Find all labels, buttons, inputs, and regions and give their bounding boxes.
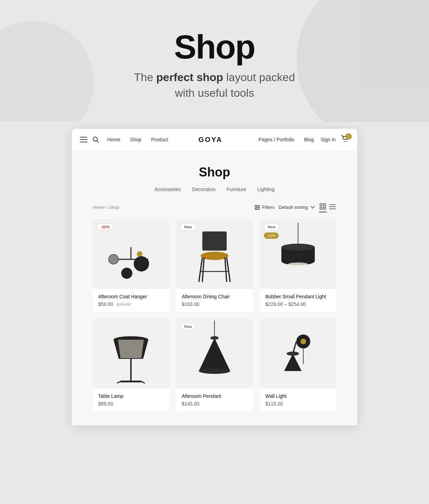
svg-point-47 (301, 339, 306, 344)
svg-rect-1 (80, 139, 87, 140)
product-card-1[interactable]: -22% (93, 219, 169, 312)
price-current-2: $163.00 (182, 301, 200, 307)
price-current-1: $59.00 (98, 301, 113, 307)
product-name-1: Afteroom Coat Hanger (98, 294, 164, 299)
badge-new-5: New (180, 323, 196, 330)
product-card-5[interactable]: New Afteroom Pendant (176, 319, 253, 411)
nav-actions: Sign in 1 (321, 135, 349, 144)
svg-point-5 (344, 141, 345, 142)
menu-icon[interactable] (80, 137, 87, 142)
product-info-3: Bobber Small Pendant Light $229.00 – $25… (260, 289, 336, 312)
hero-title: Shop (7, 28, 422, 66)
price-current-6: $115.00 (265, 401, 283, 407)
product-name-6: Wall Light (265, 393, 331, 399)
tab-decoration[interactable]: Decoration (192, 187, 216, 192)
product-info-5: Afteroom Pendant $145.00 (176, 388, 253, 411)
badge-sale-3: -10% (264, 233, 279, 239)
svg-point-12 (255, 208, 257, 210)
svg-point-45 (199, 368, 230, 374)
badge-sale-1: -22% (97, 223, 114, 230)
filter-button[interactable]: Filters (255, 205, 274, 210)
navbar: Home Shop Product GOYA Pages / Portfolio… (72, 129, 357, 151)
svg-point-37 (288, 262, 309, 267)
svg-line-30 (202, 258, 204, 282)
product-info-6: Wall Light $115.00 (260, 388, 336, 411)
sort-label: Default sorting (279, 205, 308, 210)
product-info-2: Afteroom Dining Chair $163.00 (176, 289, 253, 312)
product-image-1: -22% (93, 219, 169, 289)
product-info-4: Table Lamp $89.00 (93, 388, 169, 411)
product-price-4: $89.00 (98, 401, 164, 407)
product-image-3: New -10% (260, 219, 336, 289)
tab-lighting[interactable]: Lighting (257, 187, 274, 192)
svg-line-4 (97, 141, 99, 142)
svg-rect-2 (80, 142, 87, 142)
shop-toolbar: Home / Shop Filters Default sorting (93, 203, 336, 212)
hero-subtitle: The perfect shop layout packedwith usefu… (7, 70, 422, 101)
svg-rect-13 (320, 204, 322, 206)
nav-links-right: Pages / Portfolio Blog (229, 137, 314, 142)
nav-shop[interactable]: Shop (130, 137, 141, 142)
view-toggle (319, 203, 336, 212)
svg-point-22 (137, 251, 142, 257)
price-current-5: $145.00 (182, 401, 200, 407)
product-card-2[interactable]: New (176, 219, 253, 312)
product-image-6 (260, 319, 336, 388)
nav-product[interactable]: Product (151, 137, 168, 142)
svg-line-41 (117, 381, 120, 383)
shop-content: Shop Accessories Decoration Furniture Li… (72, 151, 357, 425)
badge-new-3: New (264, 223, 279, 230)
svg-marker-50 (284, 354, 302, 371)
product-name-5: Afteroom Pendant (182, 393, 247, 399)
product-name-3: Bobber Small Pendant Light (265, 294, 331, 299)
cart-badge: 1 (345, 133, 352, 140)
cart-button[interactable]: 1 (341, 135, 349, 144)
price-original-1: $76.00 (117, 302, 131, 307)
product-info-1: Afteroom Coat Hanger $59.00 $76.00 (93, 289, 169, 312)
sort-dropdown[interactable]: Default sorting (279, 205, 315, 210)
svg-point-44 (210, 336, 219, 340)
toolbar-right: Filters Default sorting (255, 203, 336, 212)
product-price-6: $115.00 (265, 401, 331, 407)
price-current-3: $229.00 – $254.00 (265, 301, 306, 307)
svg-line-29 (227, 258, 230, 282)
product-card-3[interactable]: New -10% Bobber Small Pen (260, 219, 336, 312)
svg-rect-16 (323, 207, 326, 209)
browser-window: Home Shop Product GOYA Pages / Portfolio… (72, 129, 357, 425)
hero-section: Shop The perfect shop layout packedwith … (0, 0, 429, 122)
filter-label: Filters (262, 205, 274, 210)
product-price-3: $229.00 – $254.00 (265, 301, 331, 307)
svg-point-23 (134, 256, 149, 271)
product-image-4 (93, 319, 169, 388)
tab-accessories[interactable]: Accessories (155, 187, 181, 192)
svg-point-36 (281, 244, 315, 251)
product-grid: -22% (93, 219, 336, 411)
svg-line-42 (141, 381, 145, 383)
search-icon[interactable] (93, 136, 99, 143)
sign-in-link[interactable]: Sign in (321, 137, 336, 142)
product-image-5: New (176, 319, 253, 388)
list-view-button[interactable] (329, 204, 336, 211)
svg-rect-15 (320, 207, 322, 209)
product-card-4[interactable]: Table Lamp $89.00 (93, 319, 169, 411)
product-name-2: Afteroom Dining Chair (182, 294, 247, 299)
product-image-2: New (176, 219, 253, 289)
breadcrumb: Home / Shop (93, 205, 119, 210)
nav-pages[interactable]: Pages / Portfolio (258, 137, 294, 142)
nav-home[interactable]: Home (107, 137, 120, 142)
svg-rect-14 (323, 204, 326, 206)
svg-point-6 (346, 141, 348, 142)
grid-view-button[interactable] (319, 203, 327, 212)
nav-blog[interactable]: Blog (304, 137, 314, 142)
product-card-6[interactable]: Wall Light $115.00 (260, 319, 336, 411)
svg-point-24 (121, 268, 132, 279)
svg-point-27 (201, 252, 228, 260)
tab-furniture[interactable]: Furniture (227, 187, 246, 192)
product-name-4: Table Lamp (98, 393, 164, 399)
shop-title: Shop (93, 165, 336, 180)
svg-rect-26 (202, 231, 227, 251)
svg-point-11 (258, 207, 259, 208)
svg-point-21 (109, 254, 118, 264)
svg-line-28 (199, 258, 202, 282)
svg-point-10 (256, 205, 257, 206)
